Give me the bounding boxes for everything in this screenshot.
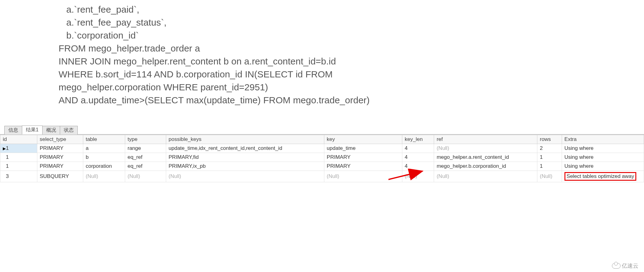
sql-line: mego_helper.corporation WHERE parent_id=… — [59, 81, 644, 94]
tab-status[interactable]: 状态 — [60, 126, 78, 134]
cell-text: PRIMARY — [327, 163, 351, 169]
table-cell[interactable]: 3 — [0, 171, 37, 182]
cell-text: b — [86, 154, 88, 160]
cell-text: 2 — [540, 145, 543, 151]
cell-text: eq_ref — [128, 163, 142, 169]
table-cell[interactable]: Using where — [562, 144, 644, 153]
cell-text: range — [128, 145, 141, 151]
table-cell[interactable]: SUBQUERY — [37, 171, 83, 182]
col-header-possible-keys[interactable]: possible_keys — [166, 135, 324, 144]
table-cell[interactable]: Using where — [562, 162, 644, 171]
tab-result1[interactable]: 结果1 — [22, 126, 43, 134]
table-cell[interactable]: 1 — [537, 162, 562, 171]
cell-text: (Null) — [327, 173, 339, 179]
tab-info[interactable]: 信息 — [4, 126, 22, 134]
table-cell[interactable]: (Null) — [402, 171, 434, 182]
cell-text: 1 — [6, 163, 9, 169]
table-cell[interactable]: update_time,idx_rent_content_id,rent_con… — [166, 144, 324, 153]
table-row[interactable]: 3SUBQUERY(Null)(Null)(Null)(Null)(Null)(… — [0, 171, 644, 182]
table-row[interactable]: ▶1PRIMARYarangeupdate_time,idx_rent_cont… — [0, 144, 644, 153]
table-cell[interactable]: PRIMARY — [324, 153, 402, 162]
table-cell[interactable]: a — [83, 144, 125, 153]
cell-text: Using where — [564, 163, 594, 169]
highlighted-extra: Select tables optimized away — [564, 172, 636, 181]
cell-text: update_time — [327, 145, 356, 151]
tab-profile[interactable]: 概况 — [42, 126, 60, 134]
table-cell[interactable]: (Null) — [166, 171, 324, 182]
cell-text: 4 — [405, 154, 408, 160]
cell-text: mego_helper.a.rent_content_id — [437, 154, 509, 160]
table-cell[interactable]: mego_helper.a.rent_content_id — [434, 153, 537, 162]
table-cell[interactable]: eq_ref — [125, 153, 166, 162]
table-cell[interactable]: b — [83, 153, 125, 162]
table-cell[interactable]: PRIMARY — [324, 162, 402, 171]
sql-line: AND a.update_time>(SELECT max(update_tim… — [59, 94, 644, 107]
sql-line: INNER JOIN mego_helper.rent_content b on… — [59, 55, 644, 68]
cell-text: 1 — [6, 145, 9, 151]
table-cell[interactable]: mego_helper.b.corporation_id — [434, 162, 537, 171]
cell-text: 4 — [405, 145, 408, 151]
table-cell[interactable]: corporation — [83, 162, 125, 171]
table-row[interactable]: 1PRIMARYbeq_refPRIMARY,fidPRIMARY4mego_h… — [0, 153, 644, 162]
col-header-ref[interactable]: ref — [434, 135, 537, 144]
cell-text: (Null) — [405, 173, 417, 179]
cell-text: SUBQUERY — [40, 173, 69, 179]
sql-editor[interactable]: a.`rent_fee_paid`, a.`rent_fee_pay_statu… — [0, 0, 644, 125]
cell-text: 3 — [6, 173, 9, 179]
table-cell[interactable]: (Null) — [324, 171, 402, 182]
col-header-id[interactable]: id — [0, 135, 37, 144]
table-cell[interactable]: 1 — [0, 153, 37, 162]
table-cell[interactable]: 1 — [0, 162, 37, 171]
cell-text: Using where — [564, 154, 594, 160]
cell-text: (Null) — [437, 145, 449, 151]
col-header-table[interactable]: table — [83, 135, 125, 144]
cell-text: 1 — [540, 154, 543, 160]
table-cell[interactable]: (Null) — [537, 171, 562, 182]
table-cell[interactable]: 1 — [537, 153, 562, 162]
table-cell[interactable]: Using where — [562, 153, 644, 162]
table-cell[interactable]: (Null) — [125, 171, 166, 182]
table-cell[interactable]: eq_ref — [125, 162, 166, 171]
sql-line: b.`corporation_id` — [59, 29, 644, 42]
table-cell[interactable]: PRIMARY,fid — [166, 153, 324, 162]
table-cell[interactable]: PRIMARY — [37, 162, 83, 171]
cell-text: PRIMARY — [40, 154, 64, 160]
cell-text: update_time,idx_rent_content_id,rent_con… — [169, 145, 282, 151]
table-cell[interactable]: Select tables optimized away — [562, 171, 644, 182]
grid-header-row: id select_type table type possible_keys … — [0, 135, 644, 144]
table-cell[interactable]: (Null) — [434, 171, 537, 182]
col-header-extra[interactable]: Extra — [562, 135, 644, 144]
col-header-rows[interactable]: rows — [537, 135, 562, 144]
col-header-type[interactable]: type — [125, 135, 166, 144]
cell-text: PRIMARY — [327, 154, 351, 160]
sql-line: a.`rent_fee_pay_status`, — [59, 16, 644, 29]
table-cell[interactable]: PRIMARY — [37, 153, 83, 162]
row-marker-icon: ▶ — [3, 146, 6, 151]
sql-line: a.`rent_fee_paid`, — [59, 3, 644, 16]
col-header-key[interactable]: key — [324, 135, 402, 144]
table-cell[interactable]: (Null) — [83, 171, 125, 182]
explain-result-grid[interactable]: id select_type table type possible_keys … — [0, 134, 644, 182]
table-cell[interactable]: 4 — [402, 162, 434, 171]
table-cell[interactable]: 4 — [402, 153, 434, 162]
table-cell[interactable]: range — [125, 144, 166, 153]
table-row[interactable]: 1PRIMARYcorporationeq_refPRIMARY,ix_pbPR… — [0, 162, 644, 171]
cell-text: mego_helper.b.corporation_id — [437, 163, 506, 169]
table-cell[interactable]: PRIMARY — [37, 144, 83, 153]
table-cell[interactable]: 4 — [402, 144, 434, 153]
cell-text: PRIMARY,fid — [169, 154, 199, 160]
table-cell[interactable]: (Null) — [434, 144, 537, 153]
cell-text: (Null) — [86, 173, 98, 179]
table-cell[interactable]: 2 — [537, 144, 562, 153]
cell-text: 1 — [540, 163, 543, 169]
cell-text: (Null) — [169, 173, 181, 179]
col-header-key-len[interactable]: key_len — [402, 135, 434, 144]
table-cell[interactable]: PRIMARY,ix_pb — [166, 162, 324, 171]
cell-text: PRIMARY,ix_pb — [169, 163, 206, 169]
result-tabs: 信息 结果1 概况 状态 — [0, 125, 644, 134]
sql-line: WHERE b.sort_id=114 AND b.corporation_id… — [59, 68, 644, 81]
col-header-select-type[interactable]: select_type — [37, 135, 83, 144]
table-cell[interactable]: update_time — [324, 144, 402, 153]
sql-line: FROM mego_helper.trade_order a — [59, 42, 644, 55]
table-cell[interactable]: ▶1 — [0, 144, 37, 153]
